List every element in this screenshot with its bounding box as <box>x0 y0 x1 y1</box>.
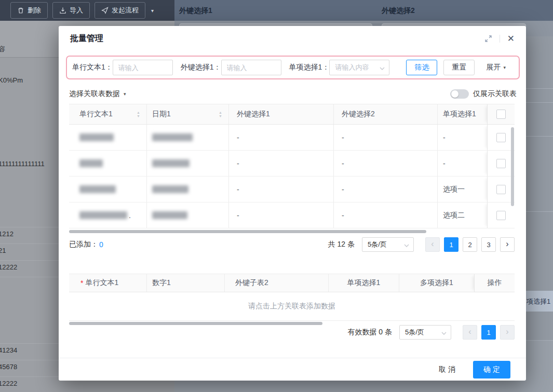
total-count-label: 共 12 条 <box>328 240 355 249</box>
sort-icons[interactable]: ▲ ▼ <box>219 111 222 118</box>
import-button[interactable]: 导入 <box>52 2 90 19</box>
horizontal-scrollbar[interactable] <box>69 230 426 233</box>
filter-field3-label: 单项选择1： <box>289 63 330 72</box>
page-button-1[interactable]: 1 <box>444 237 458 252</box>
background-table-header: 外键选择1 外键选择2 <box>174 0 553 21</box>
background-cell: 容 <box>0 45 5 54</box>
toolbar-more-caret-icon[interactable]: ▾ <box>151 8 154 13</box>
sort-asc-icon: ▲ <box>137 111 140 114</box>
cell-value: - <box>443 133 446 142</box>
row-checkbox[interactable] <box>496 185 506 194</box>
header-divider <box>500 35 500 43</box>
table-row[interactable]: - - 选项一 <box>69 177 515 202</box>
column-header-fk1: 外键选择1 <box>229 104 334 124</box>
cell-value: - <box>342 185 344 194</box>
table-row[interactable]: - - - <box>69 151 515 177</box>
background-column-fk1: 外键选择1 <box>179 6 212 16</box>
next-page-button[interactable]: › <box>500 237 515 252</box>
vertical-scrollbar[interactable] <box>511 127 514 206</box>
page-size-select[interactable]: 5条/页 <box>362 237 414 252</box>
chevron-down-icon <box>441 329 447 336</box>
table-row[interactable]: - - - <box>69 125 515 151</box>
only-linked-toggle[interactable] <box>450 89 469 99</box>
background-cell: K0%Pm <box>0 76 23 84</box>
sort-icons[interactable]: ▲ ▼ <box>137 111 140 118</box>
page-size-select[interactable]: 5条/页 <box>399 325 451 340</box>
filter-reset-button[interactable]: 重置 <box>443 60 475 75</box>
next-page-button[interactable]: › <box>500 325 515 340</box>
caret-down-icon: ▾ <box>503 65 506 70</box>
added-row: 已添加： 0 共 12 条 5条/页 ‹ 1 2 3 › <box>69 237 515 252</box>
caret-down-icon: ▾ <box>124 92 126 97</box>
background-column-fk2: 外键选择2 <box>382 6 415 16</box>
filter-field1-label: 单行文本1： <box>72 63 113 72</box>
trash-icon <box>17 7 24 14</box>
link-table-title: 选择关联表数据 <box>69 89 120 99</box>
select-all-cell <box>487 104 515 124</box>
cancel-button[interactable]: 取 消 <box>431 362 463 377</box>
cell-value: - <box>443 159 446 168</box>
column-header-single-select1: 单项选择1 <box>329 274 399 292</box>
delete-button[interactable]: 删除 <box>10 2 48 19</box>
column-header-date1[interactable]: 日期1 ▲ ▼ <box>147 104 229 124</box>
column-label: 单项选择1 <box>347 278 381 288</box>
link-table-dropdown[interactable]: 选择关联表数据 ▾ <box>69 89 126 99</box>
cell-value: - <box>237 133 239 142</box>
chevron-down-icon <box>404 241 409 249</box>
modal-footer: 取 消 确 定 <box>59 358 526 381</box>
fullscreen-icon[interactable] <box>484 35 492 43</box>
column-header-fk-subtable2: 外键子表2 <box>225 274 329 292</box>
chevron-right-icon: › <box>506 240 508 248</box>
filter-field3-select[interactable]: 请输入内容 <box>329 60 389 75</box>
background-toolbar: 删除 导入 发起流程 ▾ <box>0 0 174 21</box>
send-icon <box>101 7 109 14</box>
column-label: 单行文本1 <box>85 278 118 288</box>
prev-page-button[interactable]: ‹ <box>425 237 440 252</box>
column-header-multi-select1: 多项选择1 <box>399 274 474 292</box>
cell-value: . <box>129 211 131 220</box>
required-mark: * <box>80 279 83 287</box>
column-label: 单项选择1 <box>443 110 476 119</box>
filter-submit-button[interactable]: 筛选 <box>406 60 437 75</box>
select-all-checkbox[interactable] <box>496 110 506 119</box>
horizontal-scrollbar[interactable] <box>69 322 322 325</box>
page-button-1[interactable]: 1 <box>481 325 496 340</box>
chevron-right-icon: › <box>506 328 508 336</box>
column-header-single: 单项选择1 <box>438 104 487 124</box>
target-table: * 单行文本1 数字1 外键子表2 单项选择1 多项选择1 操作 <box>69 274 515 321</box>
cell-value: 选项二 <box>443 211 465 220</box>
source-table: 单行文本1 ▲ ▼ 日期1 ▲ ▼ 外键选择1 <box>69 104 515 228</box>
prev-page-button[interactable]: ‹ <box>463 325 477 340</box>
start-flow-button[interactable]: 发起流程 <box>95 2 145 19</box>
column-header-number1: 数字1 <box>147 274 225 292</box>
page-button-2[interactable]: 2 <box>463 237 477 252</box>
toggle-knob <box>451 90 458 98</box>
redacted-text <box>79 133 114 141</box>
redacted-text <box>152 211 187 219</box>
empty-state-text: 请点击上方关联表添加数据 <box>248 302 335 311</box>
column-label: 单行文本1 <box>79 110 113 119</box>
row-checkbox[interactable] <box>496 133 506 142</box>
table-row[interactable]: . - - 选项二 <box>69 202 515 228</box>
row-checkbox[interactable] <box>496 211 506 220</box>
close-icon[interactable]: ✕ <box>507 34 515 43</box>
filter-field2-input[interactable] <box>221 60 281 75</box>
confirm-button[interactable]: 确 定 <box>473 361 510 379</box>
filter-field3-placeholder: 请输入内容 <box>335 63 369 72</box>
column-header-text1[interactable]: 单行文本1 ▲ ▼ <box>69 104 147 124</box>
start-flow-button-label: 发起流程 <box>112 6 139 15</box>
row-checkbox[interactable] <box>496 159 506 168</box>
redacted-text <box>152 159 190 167</box>
page-button-3[interactable]: 3 <box>481 237 496 252</box>
modal-header: 批量管理 ✕ <box>59 26 526 51</box>
page-size-value: 5条/页 <box>405 328 424 337</box>
filter-expand-toggle[interactable]: 展开 ▾ <box>486 63 506 72</box>
background-cell: 21 <box>0 247 6 254</box>
filter-field2-label: 外键选择1： <box>181 63 221 72</box>
column-header-fk2: 外键选择2 <box>334 104 438 124</box>
column-label: 操作 <box>488 278 502 288</box>
modal-title: 批量管理 <box>70 33 103 44</box>
filter-field1-input[interactable] <box>113 60 173 75</box>
import-button-label: 导入 <box>70 6 83 15</box>
cell-value: 选项一 <box>443 185 465 194</box>
